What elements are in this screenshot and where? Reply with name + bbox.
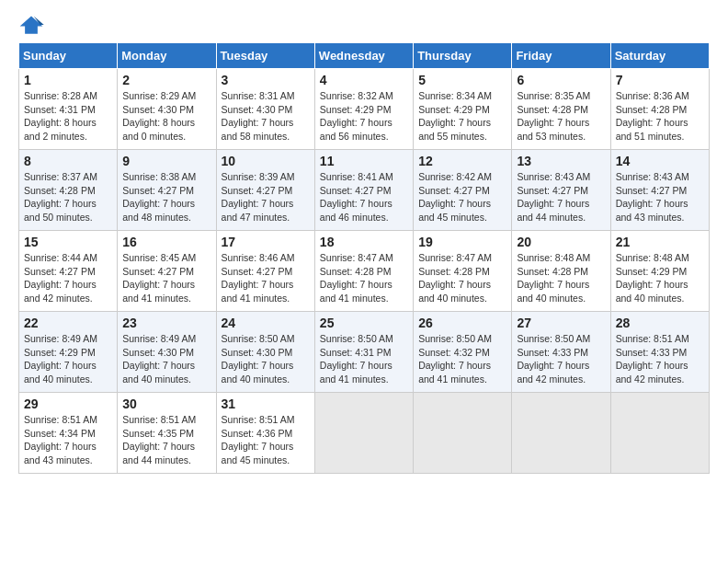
day-header-thursday: Thursday: [414, 43, 512, 69]
day-info: Sunrise: 8:51 AMSunset: 4:33 PMDaylight:…: [616, 332, 704, 386]
calendar-cell: 16Sunrise: 8:45 AMSunset: 4:27 PMDayligh…: [118, 231, 216, 312]
day-number: 26: [418, 316, 506, 330]
calendar-cell: 3Sunrise: 8:31 AMSunset: 4:30 PMDaylight…: [216, 69, 314, 150]
day-info: Sunrise: 8:50 AMSunset: 4:30 PMDaylight:…: [222, 332, 310, 386]
calendar-cell: [414, 393, 512, 474]
day-info: Sunrise: 8:32 AMSunset: 4:29 PMDaylight:…: [320, 89, 408, 144]
day-number: 31: [222, 396, 310, 411]
day-number: 24: [222, 316, 310, 330]
day-info: Sunrise: 8:29 AMSunset: 4:30 PMDaylight:…: [122, 89, 210, 144]
calendar-cell: 6Sunrise: 8:35 AMSunset: 4:28 PMDaylight…: [512, 69, 610, 150]
day-info: Sunrise: 8:35 AMSunset: 4:28 PMDaylight:…: [517, 89, 605, 144]
day-number: 17: [222, 235, 310, 249]
day-info: Sunrise: 8:50 AMSunset: 4:31 PMDaylight:…: [320, 332, 408, 386]
calendar-body: 1Sunrise: 8:28 AMSunset: 4:31 PMDaylight…: [19, 69, 710, 474]
calendar-cell: 10Sunrise: 8:39 AMSunset: 4:27 PMDayligh…: [216, 150, 314, 231]
day-info: Sunrise: 8:49 AMSunset: 4:29 PMDaylight:…: [24, 332, 112, 386]
svg-marker-0: [20, 16, 43, 33]
day-info: Sunrise: 8:48 AMSunset: 4:29 PMDaylight:…: [616, 251, 704, 305]
day-number: 15: [24, 235, 112, 249]
day-header-monday: Monday: [118, 43, 216, 69]
day-number: 5: [418, 73, 506, 87]
calendar-cell: 12Sunrise: 8:42 AMSunset: 4:27 PMDayligh…: [414, 150, 512, 231]
day-info: Sunrise: 8:48 AMSunset: 4:28 PMDaylight:…: [517, 251, 605, 305]
day-info: Sunrise: 8:28 AMSunset: 4:31 PMDaylight:…: [24, 89, 112, 144]
calendar-cell: [314, 393, 413, 474]
calendar-table: SundayMondayTuesdayWednesdayThursdayFrid…: [18, 42, 710, 474]
day-info: Sunrise: 8:46 AMSunset: 4:27 PMDaylight:…: [222, 251, 310, 305]
calendar-cell: 21Sunrise: 8:48 AMSunset: 4:29 PMDayligh…: [610, 231, 709, 312]
day-info: Sunrise: 8:47 AMSunset: 4:28 PMDaylight:…: [320, 251, 408, 305]
calendar-cell: 1Sunrise: 8:28 AMSunset: 4:31 PMDaylight…: [19, 69, 118, 150]
calendar-cell: 26Sunrise: 8:50 AMSunset: 4:32 PMDayligh…: [414, 312, 512, 393]
calendar-cell: 19Sunrise: 8:47 AMSunset: 4:28 PMDayligh…: [414, 231, 512, 312]
calendar-cell: [512, 393, 610, 474]
day-info: Sunrise: 8:41 AMSunset: 4:27 PMDaylight:…: [320, 170, 408, 224]
day-number: 12: [418, 154, 506, 168]
day-number: 6: [517, 73, 605, 87]
day-info: Sunrise: 8:43 AMSunset: 4:27 PMDaylight:…: [616, 170, 704, 224]
calendar-cell: 31Sunrise: 8:51 AMSunset: 4:36 PMDayligh…: [216, 393, 314, 474]
calendar-cell: 14Sunrise: 8:43 AMSunset: 4:27 PMDayligh…: [610, 150, 709, 231]
day-header-wednesday: Wednesday: [314, 43, 413, 69]
day-number: 7: [616, 73, 704, 87]
day-number: 27: [517, 316, 605, 330]
calendar-week-4: 22Sunrise: 8:49 AMSunset: 4:29 PMDayligh…: [19, 312, 710, 393]
calendar-cell: 13Sunrise: 8:43 AMSunset: 4:27 PMDayligh…: [512, 150, 610, 231]
day-info: Sunrise: 8:37 AMSunset: 4:28 PMDaylight:…: [24, 170, 112, 224]
day-header-saturday: Saturday: [610, 43, 709, 69]
day-number: 8: [24, 154, 112, 168]
day-info: Sunrise: 8:31 AMSunset: 4:30 PMDaylight:…: [222, 89, 310, 144]
day-number: 18: [320, 235, 408, 249]
calendar-cell: 8Sunrise: 8:37 AMSunset: 4:28 PMDaylight…: [19, 150, 118, 231]
calendar-cell: 7Sunrise: 8:36 AMSunset: 4:28 PMDaylight…: [610, 69, 709, 150]
calendar-cell: 30Sunrise: 8:51 AMSunset: 4:35 PMDayligh…: [118, 393, 216, 474]
day-info: Sunrise: 8:50 AMSunset: 4:33 PMDaylight:…: [517, 332, 605, 386]
page-header: [18, 15, 710, 35]
day-info: Sunrise: 8:47 AMSunset: 4:28 PMDaylight:…: [418, 251, 506, 305]
day-info: Sunrise: 8:34 AMSunset: 4:29 PMDaylight:…: [418, 89, 506, 144]
day-number: 25: [320, 316, 408, 330]
calendar-week-2: 8Sunrise: 8:37 AMSunset: 4:28 PMDaylight…: [19, 150, 710, 231]
day-info: Sunrise: 8:39 AMSunset: 4:27 PMDaylight:…: [222, 170, 310, 224]
logo-icon: [18, 15, 44, 35]
day-number: 19: [418, 235, 506, 249]
calendar-cell: 17Sunrise: 8:46 AMSunset: 4:27 PMDayligh…: [216, 231, 314, 312]
day-info: Sunrise: 8:51 AMSunset: 4:36 PMDaylight:…: [222, 413, 310, 467]
calendar-cell: 2Sunrise: 8:29 AMSunset: 4:30 PMDaylight…: [118, 69, 216, 150]
calendar-week-5: 29Sunrise: 8:51 AMSunset: 4:34 PMDayligh…: [19, 393, 710, 474]
day-info: Sunrise: 8:44 AMSunset: 4:27 PMDaylight:…: [24, 251, 112, 305]
day-info: Sunrise: 8:38 AMSunset: 4:27 PMDaylight:…: [122, 170, 210, 224]
day-header-tuesday: Tuesday: [216, 43, 314, 69]
day-number: 20: [517, 235, 605, 249]
calendar-cell: 4Sunrise: 8:32 AMSunset: 4:29 PMDaylight…: [314, 69, 413, 150]
logo: [18, 15, 48, 35]
calendar-cell: 29Sunrise: 8:51 AMSunset: 4:34 PMDayligh…: [19, 393, 118, 474]
day-number: 10: [222, 154, 310, 168]
calendar-cell: 24Sunrise: 8:50 AMSunset: 4:30 PMDayligh…: [216, 312, 314, 393]
day-number: 28: [616, 316, 704, 330]
day-number: 2: [122, 73, 210, 87]
day-header-friday: Friday: [512, 43, 610, 69]
day-number: 4: [320, 73, 408, 87]
calendar-header: SundayMondayTuesdayWednesdayThursdayFrid…: [19, 43, 710, 69]
day-number: 21: [616, 235, 704, 249]
calendar-cell: 23Sunrise: 8:49 AMSunset: 4:30 PMDayligh…: [118, 312, 216, 393]
day-number: 3: [222, 73, 310, 87]
calendar-cell: 20Sunrise: 8:48 AMSunset: 4:28 PMDayligh…: [512, 231, 610, 312]
day-header-sunday: Sunday: [19, 43, 118, 69]
calendar-cell: 18Sunrise: 8:47 AMSunset: 4:28 PMDayligh…: [314, 231, 413, 312]
day-info: Sunrise: 8:50 AMSunset: 4:32 PMDaylight:…: [418, 332, 506, 386]
day-number: 9: [122, 154, 210, 168]
day-info: Sunrise: 8:51 AMSunset: 4:35 PMDaylight:…: [122, 413, 210, 467]
day-info: Sunrise: 8:45 AMSunset: 4:27 PMDaylight:…: [122, 251, 210, 305]
day-number: 23: [122, 316, 210, 330]
calendar-cell: 25Sunrise: 8:50 AMSunset: 4:31 PMDayligh…: [314, 312, 413, 393]
day-number: 1: [24, 73, 112, 87]
day-number: 16: [122, 235, 210, 249]
day-number: 30: [122, 396, 210, 411]
calendar-week-3: 15Sunrise: 8:44 AMSunset: 4:27 PMDayligh…: [19, 231, 710, 312]
day-info: Sunrise: 8:42 AMSunset: 4:27 PMDaylight:…: [418, 170, 506, 224]
calendar-cell: 15Sunrise: 8:44 AMSunset: 4:27 PMDayligh…: [19, 231, 118, 312]
day-header-row: SundayMondayTuesdayWednesdayThursdayFrid…: [19, 43, 710, 69]
